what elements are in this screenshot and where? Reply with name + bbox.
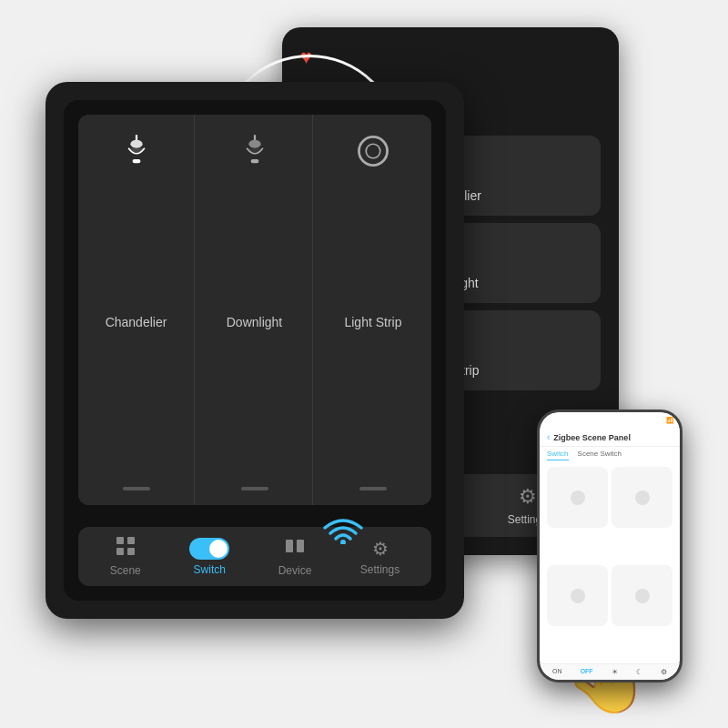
phone-tabs: Switch Scene Switch	[540, 447, 680, 463]
phone-grid-item-2[interactable]	[612, 467, 672, 528]
phone-tab-switch[interactable]: Switch	[547, 450, 569, 460]
nav-settings[interactable]: ⚙ Settings	[360, 538, 399, 576]
svg-rect-17	[250, 159, 258, 163]
phone-back-button[interactable]: ‹	[547, 432, 550, 442]
chandelier-main-icon	[118, 133, 155, 169]
svg-rect-20	[116, 537, 124, 544]
nav-device[interactable]: Device	[278, 536, 312, 577]
battery-indicator: 📶	[666, 417, 674, 424]
svg-point-16	[248, 140, 260, 148]
lightstrip-main-icon	[355, 133, 391, 169]
phone-header: ‹ Zigbee Scene Panel	[540, 429, 680, 447]
svg-rect-23	[127, 548, 135, 555]
switch-dot-4	[635, 589, 650, 603]
phone-btn-on[interactable]: ON	[552, 668, 562, 676]
svg-rect-22	[116, 548, 124, 555]
phone-btn-moon[interactable]: ☾	[636, 668, 642, 676]
bottom-nav: Scene Switch Device	[78, 527, 431, 586]
nav-switch-label: Switch	[194, 563, 226, 576]
nav-scene-label: Scene	[110, 564, 141, 577]
svg-point-18	[359, 136, 387, 165]
main-screen: Chandelier Downlight	[64, 100, 446, 601]
toggle-switch[interactable]	[189, 538, 229, 560]
nav-settings-icon: ⚙	[372, 538, 389, 560]
device-bar-chandelier	[123, 487, 150, 490]
svg-point-19	[366, 144, 380, 158]
device-bar-lightstrip	[359, 487, 387, 490]
phone-btn-settings[interactable]: ⚙	[661, 668, 667, 676]
nav-scene[interactable]: Scene	[110, 536, 141, 577]
device-grid: Chandelier Downlight	[78, 115, 431, 505]
nav-device-icon	[285, 536, 305, 561]
device-cell-chandelier[interactable]: Chandelier	[78, 115, 195, 505]
wifi-icon	[323, 508, 363, 544]
phone-tab-scene[interactable]: Scene Switch	[578, 450, 622, 460]
device-name-downlight: Downlight	[227, 315, 282, 329]
svg-point-13	[130, 140, 142, 148]
device-cell-downlight[interactable]: Downlight	[197, 115, 313, 505]
toggle-knob	[209, 540, 228, 558]
phone-grid-item-4[interactable]	[612, 565, 672, 626]
phone-grid-item-1[interactable]	[547, 467, 608, 528]
nav-device-label: Device	[278, 564, 312, 577]
svg-rect-24	[286, 540, 293, 552]
device-cell-lightstrip[interactable]: Light Strip	[315, 115, 431, 505]
main-panel: Chandelier Downlight	[46, 82, 464, 619]
phone-mockup: 📶 ‹ Zigbee Scene Panel Switch Scene Swit…	[537, 410, 682, 682]
phone-title: Zigbee Scene Panel	[553, 433, 631, 442]
switch-dot-1	[571, 490, 585, 505]
svg-point-26	[340, 540, 346, 544]
wifi-icon-container	[323, 508, 363, 548]
switch-dot-3	[571, 589, 585, 603]
device-name-lightstrip: Light Strip	[344, 315, 401, 329]
downlight-main-icon	[237, 133, 273, 169]
phone-status-bar: 📶	[540, 412, 680, 429]
device-name-chandelier: Chandelier	[106, 315, 167, 329]
phone-grid	[540, 463, 680, 663]
switch-dot-2	[635, 490, 650, 505]
scene-icon	[116, 536, 136, 561]
device-bar-downlight	[241, 487, 268, 490]
settings-icon: ⚙	[519, 485, 537, 509]
phone-bottom-bar: ON OFF ☀ ☾ ⚙	[540, 663, 680, 680]
back-panel-heart: ♥	[300, 46, 601, 69]
phone-btn-off[interactable]: OFF	[581, 668, 593, 676]
svg-rect-14	[132, 159, 140, 163]
nav-switch[interactable]: Switch	[189, 538, 229, 576]
nav-settings-label: Settings	[360, 563, 399, 576]
phone-grid-item-3[interactable]	[547, 565, 608, 626]
svg-rect-25	[297, 540, 304, 552]
phone-btn-sun[interactable]: ☀	[612, 668, 618, 676]
phone-screen: 📶 ‹ Zigbee Scene Panel Switch Scene Swit…	[540, 412, 680, 680]
svg-rect-21	[127, 537, 135, 544]
